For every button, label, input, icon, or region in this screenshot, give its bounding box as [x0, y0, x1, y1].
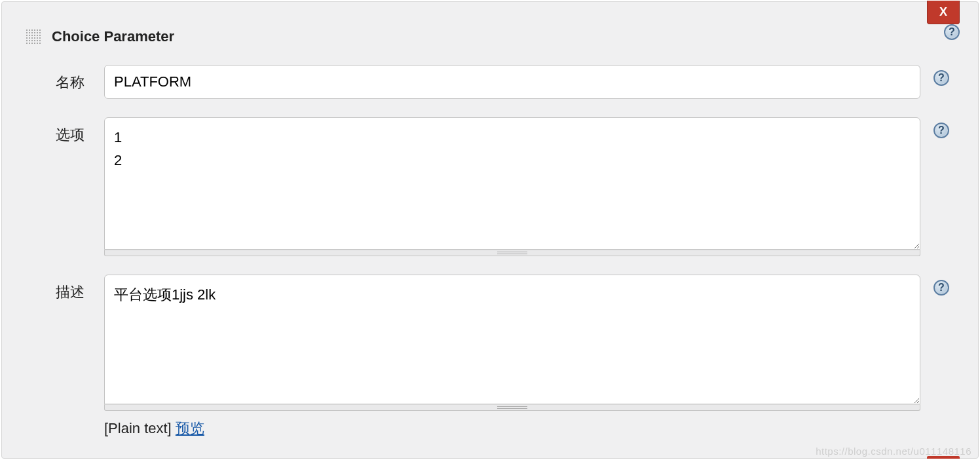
bottom-red-strip — [927, 456, 960, 459]
drag-handle-icon[interactable] — [26, 29, 41, 45]
options-textarea-wrap — [104, 117, 920, 250]
help-glyph: ? — [938, 125, 945, 136]
form-row-name: 名称 ? — [26, 65, 960, 99]
description-textarea[interactable] — [105, 275, 920, 404]
resize-grip-icon — [497, 406, 527, 409]
panel-header: Choice Parameter — [26, 28, 960, 45]
choice-parameter-panel: X ? Choice Parameter 名称 ? 选项 — [1, 1, 979, 459]
description-field-wrap: ? — [104, 275, 920, 411]
preview-link[interactable]: 预览 — [176, 420, 204, 436]
plain-text-label: [Plain text] — [104, 420, 172, 436]
help-icon[interactable]: ? — [933, 70, 949, 86]
description-label: 描述 — [26, 275, 104, 302]
help-icon[interactable]: ? — [944, 24, 960, 40]
description-footer: [Plain text] 预览 — [26, 419, 920, 438]
help-glyph: ? — [938, 72, 945, 84]
options-label: 选项 — [26, 117, 104, 145]
help-glyph: ? — [949, 26, 955, 38]
watermark: https://blog.csdn.net/u011148116 — [816, 446, 971, 457]
help-icon[interactable]: ? — [933, 123, 949, 138]
options-field-wrap: ? — [104, 117, 920, 256]
close-icon: X — [939, 5, 947, 19]
help-icon[interactable]: ? — [933, 280, 949, 296]
section-title: Choice Parameter — [52, 28, 174, 45]
options-textarea[interactable] — [105, 118, 920, 249]
name-input[interactable] — [104, 65, 920, 99]
resize-grip-icon — [497, 252, 527, 254]
name-label: 名称 — [26, 65, 104, 92]
help-glyph: ? — [938, 282, 945, 294]
name-field-wrap: ? — [104, 65, 920, 99]
form-row-options: 选项 ? — [26, 117, 960, 256]
resize-bar[interactable] — [104, 250, 920, 256]
description-textarea-wrap — [104, 275, 920, 404]
close-button[interactable]: X — [927, 1, 960, 24]
resize-bar[interactable] — [104, 404, 920, 411]
form-row-description: 描述 ? — [26, 275, 960, 411]
